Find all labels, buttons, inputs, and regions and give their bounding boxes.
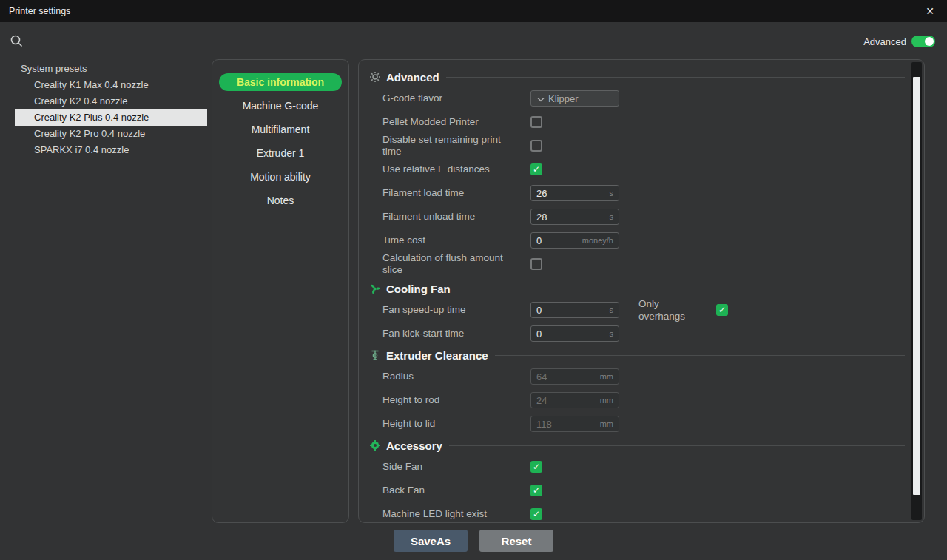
tab-motion-ability[interactable]: Motion ability [219,168,342,186]
filament-unload-time-input[interactable]: s [530,209,619,225]
filament-load-time-value[interactable] [536,188,607,199]
preset-item-creality-k2-pro[interactable]: Creality K2 Pro 0.4 nozzle [15,126,207,142]
setting-label: Height to lid [382,418,530,430]
advanced-label: Advanced [863,36,906,47]
setting-label: G-code flavor [382,92,530,104]
g-code-flavor-select[interactable]: Klipper [530,90,619,107]
setting-label: Use relative E distances [382,163,530,175]
height-to-rod-input: mm [530,392,619,408]
setting-label: Pellet Modded Printer [382,116,530,128]
close-button[interactable]: ✕ [913,0,947,22]
height-to-rod-value [536,395,597,406]
setting-row: Use relative E distances ✓ [368,158,905,181]
presets-header: System presets [15,61,207,77]
unit-label: money/h [582,236,613,245]
setting-row: Side Fan ✓ [368,455,905,479]
disable-set-remaining-print-time-checkbox[interactable]: ✓ [530,140,542,152]
fan-speed-up-time-value[interactable] [536,305,607,316]
setting-label: Filament unload time [382,211,530,223]
unit-label: mm [600,372,613,381]
chevron-down-icon [537,92,545,105]
back-fan-checkbox[interactable]: ✓ [530,485,542,496]
unit-label: mm [600,419,613,428]
extruder-clearance-icon [368,349,381,362]
setting-row: Fan kick-start time s [368,322,905,345]
height-to-lid-input: mm [530,416,619,432]
only-overhangs-checkbox[interactable]: ✓ [716,304,728,316]
setting-label: Radius [382,371,530,382]
preset-item-creality-k2[interactable]: Creality K2 0.4 nozzle [15,93,207,109]
check-icon: ✓ [533,510,540,519]
time-cost-value[interactable] [536,235,579,246]
calculation-of-flush-amount-slice-checkbox[interactable]: ✓ [530,258,542,270]
tab-multifilament[interactable]: Multifilament [219,121,342,138]
setting-row: Time cost money/h [368,229,905,252]
settings-tab-panel: Basic information Machine G-code Multifi… [212,59,349,523]
filament-load-time-input[interactable]: s [530,185,619,201]
fan-icon [368,283,381,295]
unit-label: s [610,329,614,338]
setting-label: Calculation of flush amount slice [382,252,530,276]
search-button[interactable] [10,34,24,49]
setting-label: Back Fan [382,485,530,496]
setting-row: Back Fan ✓ [368,479,905,502]
tab-extruder-1[interactable]: Extruder 1 [219,144,342,162]
save-as-button[interactable]: SaveAs [394,530,468,552]
advanced-mode-control: Advanced [863,36,935,47]
setting-row: Height to lid mm [368,412,905,436]
advanced-toggle[interactable] [911,36,935,47]
setting-row: Radius mm [368,365,905,388]
scrollbar-track[interactable] [911,62,922,520]
setting-label: Filament load time [382,187,530,199]
unit-label: mm [600,396,613,405]
unit-label: s [610,189,614,198]
tab-notes[interactable]: Notes [219,192,342,209]
filament-unload-time-value[interactable] [536,212,607,223]
machine-led-light-exist-checkbox[interactable]: ✓ [530,508,542,520]
section-extruder-clearance: Extruder Clearance [368,345,905,365]
setting-label: Machine LED light exist [382,508,530,520]
time-cost-input[interactable]: money/h [530,232,619,249]
preset-item-sparkx-i7[interactable]: SPARKX i7 0.4 nozzle [15,142,207,158]
fan-kick-start-time-value[interactable] [536,328,607,340]
check-icon: ✓ [533,165,540,174]
setting-label: Fan speed-up time [382,304,530,316]
scrollbar-thumb[interactable] [913,77,920,495]
setting-row: Machine LED light exist ✓ [368,502,905,522]
preset-item-creality-k1-max[interactable]: Creality K1 Max 0.4 nozzle [15,77,207,93]
side-fan-checkbox[interactable]: ✓ [530,461,542,473]
settings-scroll-area: Advanced G-code flavor Klipper Pellet Mo… [368,60,905,522]
g-code-flavor-value: Klipper [548,93,578,104]
search-icon [10,38,24,50]
reset-button[interactable]: Reset [479,530,553,552]
pellet-modded-printer-checkbox[interactable]: ✓ [530,116,542,128]
close-icon: ✕ [926,5,934,17]
setting-row: Height to rod mm [368,388,905,412]
divider [495,355,905,356]
setting-row: Pellet Modded Printer ✓ [368,110,905,134]
tab-list: Basic information Machine G-code Multifi… [212,60,348,209]
fan-speed-up-time-input[interactable]: s [530,302,619,318]
setting-row: G-code flavor Klipper [368,87,905,110]
setting-row: Calculation of flush amount slice ✓ [368,252,905,276]
setting-label: Time cost [382,235,530,246]
footer-actions: SaveAs Reset [0,530,947,552]
fan-kick-start-time-input[interactable]: s [530,325,619,342]
check-icon: ✓ [533,486,540,495]
tab-machine-g-code[interactable]: Machine G-code [219,97,342,115]
height-to-lid-value [536,419,597,430]
tab-basic-information[interactable]: Basic information [219,73,342,91]
preset-item-creality-k2-plus[interactable]: Creality K2 Plus 0.4 nozzle [15,109,207,126]
use-relative-e-distances-checkbox[interactable]: ✓ [530,163,542,175]
gear-icon [368,71,381,84]
setting-row: Filament load time s [368,181,905,205]
setting-label: Fan kick-start time [382,328,530,340]
unit-label: s [610,306,614,314]
accessory-icon [368,439,381,452]
radius-input: mm [530,368,619,385]
toggle-knob [925,37,934,46]
divider [457,289,905,289]
setting-label: Height to rod [382,394,530,406]
setting-label: Side Fan [382,461,530,473]
divider [446,77,905,78]
